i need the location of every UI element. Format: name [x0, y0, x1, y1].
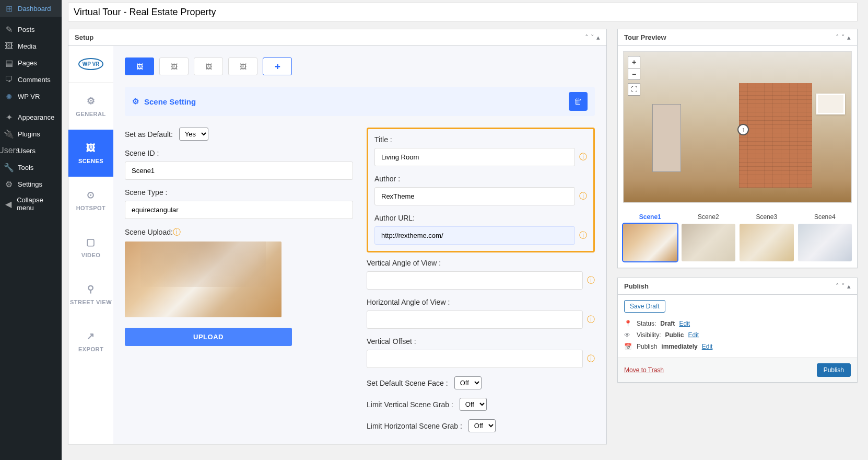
- scene-tab-add[interactable]: ✚: [263, 58, 292, 75]
- toggle-icon[interactable]: ▴: [847, 282, 851, 290]
- sidebar-wpvr[interactable]: ◉WP VR: [0, 88, 62, 105]
- vtab-label: VIDEO: [81, 252, 101, 258]
- vtab-label: GENERAL: [76, 111, 105, 117]
- info-icon[interactable]: ⓘ: [579, 231, 587, 240]
- vtab-general[interactable]: ⚙GENERAL: [68, 83, 113, 130]
- collapse-icon: ◀: [4, 199, 13, 209]
- scene-tab-2[interactable]: 🖼: [159, 58, 189, 75]
- edit-publish-link[interactable]: Edit: [702, 343, 713, 350]
- preview-viewport[interactable]: + − ⛶ ↑: [623, 51, 852, 203]
- move-up-icon[interactable]: ˄: [585, 33, 589, 41]
- voffset-input[interactable]: [367, 350, 583, 368]
- setup-postbox: Setup ˄ ˅ ▴ WP VR ⚙GENERAL 🖼SCENES ⊙HOTS…: [68, 29, 607, 444]
- status-row: 📍Status: Draft Edit: [624, 318, 851, 329]
- vtab-scenes[interactable]: 🖼SCENES: [68, 130, 113, 177]
- preview-door: [652, 104, 681, 172]
- move-down-icon[interactable]: ˅: [841, 33, 845, 41]
- scene-thumb-1[interactable]: [623, 224, 677, 261]
- vtab-export[interactable]: ↗EXPORT: [68, 318, 113, 365]
- sidebar-label: Media: [18, 42, 36, 50]
- image-icon: 🖼: [205, 63, 212, 71]
- preview-brick-wall: [739, 83, 812, 188]
- sidebar-users[interactable]: UsersUsers: [0, 142, 62, 159]
- trash-icon: 🗑: [574, 97, 582, 106]
- limit-v-select[interactable]: Off: [460, 398, 487, 411]
- vtab-hotspot[interactable]: ⊙HOTSPOT: [68, 177, 113, 224]
- sidebar-label: Tools: [18, 164, 33, 171]
- sidebar-label: Plugins: [18, 130, 40, 138]
- author-url-input[interactable]: [374, 226, 575, 245]
- scene-id-label: Scene ID :: [125, 149, 353, 157]
- dashboard-icon: ⊞: [4, 4, 14, 13]
- publish-button[interactable]: Publish: [817, 363, 851, 377]
- sidebar-label: Collapse menu: [17, 196, 57, 212]
- sidebar-media[interactable]: 🖾Media: [0, 38, 62, 54]
- info-icon[interactable]: ⓘ: [587, 315, 595, 325]
- scene-tab-3[interactable]: 🖼: [194, 58, 223, 75]
- save-draft-button[interactable]: Save Draft: [624, 300, 665, 313]
- setup-title: Setup: [75, 33, 93, 41]
- limit-v-label: Limit Vertical Scene Grab :: [367, 400, 453, 409]
- sidebar-comments[interactable]: 🗨Comments: [0, 71, 62, 88]
- scene-thumb-3[interactable]: [740, 224, 794, 261]
- title-input[interactable]: [374, 148, 575, 166]
- zoom-in-button[interactable]: +: [628, 56, 640, 68]
- move-up-icon[interactable]: ˄: [836, 282, 839, 290]
- author-input[interactable]: [374, 187, 575, 205]
- scene-tab-4[interactable]: 🖼: [228, 58, 257, 75]
- scene-type-input[interactable]: [125, 201, 353, 219]
- toggle-icon[interactable]: ▴: [596, 33, 600, 41]
- upload-button[interactable]: UPLOAD: [125, 328, 292, 346]
- scene-thumb-4[interactable]: [798, 224, 852, 261]
- scene-upload-label: Scene Upload:ⓘ: [125, 227, 353, 237]
- move-up-icon[interactable]: ˄: [836, 33, 839, 41]
- sidebar-appearance[interactable]: ✦Appearance: [0, 109, 62, 125]
- set-default-select[interactable]: Yes: [179, 128, 208, 141]
- sidebar-pages[interactable]: ▤Pages: [0, 54, 62, 71]
- vtab-streetview[interactable]: ⚲STREET VIEW: [68, 271, 113, 318]
- default-face-select[interactable]: Off: [454, 376, 482, 389]
- hangle-input[interactable]: [367, 310, 583, 329]
- thumb-label: Scene2: [682, 213, 736, 221]
- sidebar-label: Posts: [18, 26, 35, 33]
- pages-icon: ▤: [4, 58, 14, 67]
- info-icon[interactable]: ⓘ: [579, 152, 587, 162]
- author-label: Author :: [374, 175, 587, 183]
- edit-visibility-link[interactable]: Edit: [688, 331, 699, 339]
- publish-postbox: Publish ˄˅▴ Save Draft 📍Status: Draft Ed…: [617, 278, 858, 383]
- admin-sidebar: ⊞Dashboard ✎Posts 🖾Media ▤Pages 🗨Comment…: [0, 0, 62, 460]
- edit-status-link[interactable]: Edit: [679, 320, 690, 327]
- sidebar-posts[interactable]: ✎Posts: [0, 21, 62, 38]
- wpvr-icon: ◉: [4, 91, 14, 101]
- vangle-input[interactable]: [367, 271, 583, 290]
- scene-thumb-2[interactable]: [682, 224, 736, 261]
- sidebar-collapse[interactable]: ◀Collapse menu: [0, 192, 62, 215]
- scene-thumbnails: Scene1 Scene2 Scene3 Scene4: [623, 210, 852, 262]
- limit-h-select[interactable]: Off: [468, 419, 496, 432]
- fullscreen-button[interactable]: ⛶: [628, 83, 640, 96]
- move-down-icon[interactable]: ˅: [841, 282, 845, 290]
- sidebar-label: Appearance: [18, 113, 54, 121]
- info-icon[interactable]: ⓘ: [587, 275, 595, 285]
- delete-scene-button[interactable]: 🗑: [569, 92, 588, 111]
- sidebar-tools[interactable]: 🔧Tools: [0, 159, 62, 176]
- thumb-label: Scene3: [740, 213, 794, 221]
- scene-id-input[interactable]: [125, 162, 353, 180]
- page-title-input[interactable]: [68, 3, 858, 21]
- sidebar-dashboard[interactable]: ⊞Dashboard: [0, 0, 62, 17]
- sidebar-plugins[interactable]: 🔌Plugins: [0, 125, 62, 142]
- info-icon[interactable]: ⓘ: [173, 227, 181, 236]
- info-icon[interactable]: ⓘ: [587, 354, 595, 364]
- export-icon: ↗: [87, 330, 95, 342]
- move-down-icon[interactable]: ˅: [591, 33, 594, 41]
- zoom-out-button[interactable]: −: [628, 68, 640, 79]
- sidebar-settings[interactable]: ⚙Settings: [0, 176, 62, 192]
- vtab-video[interactable]: ▢VIDEO: [68, 224, 113, 271]
- scene-tab-1[interactable]: 🖼: [125, 58, 154, 75]
- info-icon[interactable]: ⓘ: [579, 191, 587, 201]
- move-to-trash-link[interactable]: Move to Trash: [624, 366, 664, 374]
- thumb-label: Scene1: [623, 213, 677, 221]
- anchor-icon: ⚲: [87, 283, 95, 295]
- author-url-label: Author URL:: [374, 214, 587, 222]
- toggle-icon[interactable]: ▴: [847, 33, 851, 41]
